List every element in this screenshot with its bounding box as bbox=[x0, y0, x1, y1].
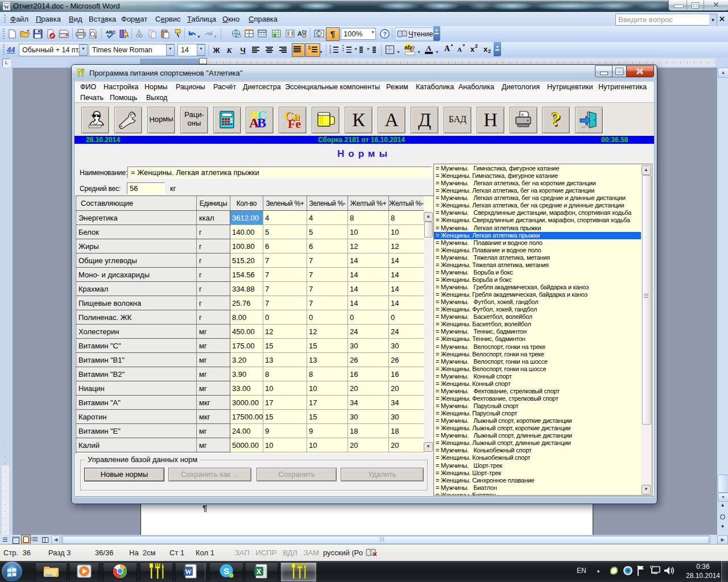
svg-text:W: W bbox=[4, 4, 10, 10]
svg-text:S: S bbox=[224, 566, 229, 575]
svg-text:?: ? bbox=[383, 31, 387, 38]
svg-text:X: X bbox=[257, 567, 261, 575]
svg-text:c: c bbox=[522, 112, 524, 117]
svg-text:A: A bbox=[297, 30, 302, 37]
svg-text:W: W bbox=[185, 567, 192, 575]
svg-text:X: X bbox=[273, 32, 276, 38]
svg-text:ABC: ABC bbox=[106, 30, 116, 35]
